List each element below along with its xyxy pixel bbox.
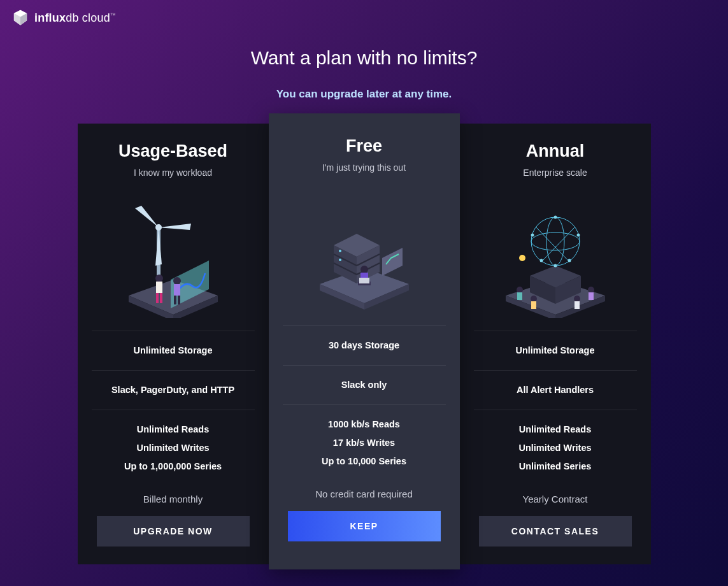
plans-row: Usage-Based I know my workload <box>0 124 728 569</box>
feature-group: All Alert Handlers <box>474 370 637 410</box>
logo-text: influxdb cloud™ <box>34 11 116 25</box>
svg-point-50 <box>519 255 525 261</box>
feature-line: All Alert Handlers <box>474 381 637 399</box>
billing-note: Billed monthly <box>143 486 203 516</box>
page-subtitle: You can upgrade later at any time. <box>0 88 728 101</box>
svg-rect-16 <box>178 296 180 304</box>
svg-rect-10 <box>156 282 162 293</box>
svg-rect-12 <box>160 293 162 303</box>
logo-icon <box>11 9 29 27</box>
feature-line: Up to 1,000,000 Series <box>92 457 255 476</box>
svg-point-44 <box>553 216 557 219</box>
svg-rect-32 <box>359 278 369 283</box>
feature-line: Unlimited Writes <box>92 439 255 457</box>
svg-rect-58 <box>575 301 580 309</box>
plan-tagline: I'm just trying this out <box>322 162 406 173</box>
upgrade-now-button[interactable]: UPGRADE NOW <box>97 516 250 547</box>
svg-point-27 <box>339 250 341 252</box>
feature-group: Unlimited Reads Unlimited Writes Up to 1… <box>92 410 255 486</box>
svg-point-51 <box>517 287 523 293</box>
feature-line: 1000 kb/s Reads <box>283 415 446 434</box>
svg-point-39 <box>531 217 580 266</box>
plan-title: Annual <box>526 141 585 161</box>
plan-card-free: Free I'm just trying this out <box>269 113 460 569</box>
feature-group: Slack only <box>283 365 446 404</box>
plan-illustration-usage <box>92 184 255 331</box>
svg-rect-52 <box>517 292 522 300</box>
feature-line: Unlimited Reads <box>92 420 255 439</box>
svg-point-47 <box>567 259 571 262</box>
feature-group: 1000 kb/s Reads 17 kb/s Writes Up to 10,… <box>283 404 446 481</box>
feature-line: 17 kb/s Writes <box>283 434 446 452</box>
plan-tagline: I know my workload <box>134 168 212 178</box>
svg-point-48 <box>539 259 543 262</box>
svg-rect-15 <box>174 296 176 304</box>
plan-tagline: Enterprise scale <box>523 168 587 178</box>
svg-rect-11 <box>156 293 159 303</box>
svg-rect-14 <box>174 284 180 296</box>
svg-point-46 <box>531 234 534 237</box>
plan-illustration-annual <box>474 184 637 331</box>
svg-point-45 <box>576 234 580 237</box>
feature-line: Slack only <box>283 376 446 394</box>
svg-point-55 <box>531 296 537 302</box>
svg-point-41 <box>546 217 564 266</box>
plan-illustration-free <box>283 179 446 325</box>
svg-point-53 <box>588 287 594 293</box>
feature-group: 30 days Storage <box>283 325 446 365</box>
svg-point-13 <box>173 277 181 285</box>
feature-group: Unlimited Reads Unlimited Writes Unlimit… <box>474 410 637 486</box>
svg-point-29 <box>360 266 368 273</box>
feature-line: Unlimited Storage <box>474 341 637 360</box>
feature-line: Up to 10,000 Series <box>283 452 446 471</box>
svg-point-9 <box>155 275 163 282</box>
feature-group: Slack, PagerDuty, and HTTP <box>92 370 255 410</box>
contact-sales-button[interactable]: CONTACT SALES <box>479 516 632 547</box>
feature-line: Slack, PagerDuty, and HTTP <box>92 381 255 399</box>
plan-title: Usage-Based <box>118 141 227 161</box>
feature-group: Unlimited Storage <box>474 331 637 370</box>
feature-group: Unlimited Storage <box>92 331 255 370</box>
svg-point-28 <box>339 259 341 261</box>
plan-card-annual: Annual Enterprise scale <box>460 124 651 564</box>
feature-line: 30 days Storage <box>283 336 446 355</box>
svg-point-49 <box>553 264 557 268</box>
plan-card-usage: Usage-Based I know my workload <box>78 124 269 564</box>
feature-line: Unlimited Storage <box>92 341 255 360</box>
svg-rect-56 <box>531 301 536 309</box>
billing-note: Yearly Contract <box>523 486 588 516</box>
page-title: Want a plan with no limits? <box>0 47 728 69</box>
feature-line: Unlimited Reads <box>474 420 637 439</box>
feature-line: Unlimited Series <box>474 457 637 476</box>
svg-point-57 <box>574 296 580 302</box>
keep-button[interactable]: KEEP <box>288 511 441 541</box>
plan-title: Free <box>346 136 382 156</box>
feature-line: Unlimited Writes <box>474 439 637 457</box>
hero: Want a plan with no limits? You can upgr… <box>0 47 728 101</box>
billing-note: No credit card required <box>315 481 413 511</box>
svg-rect-54 <box>589 292 594 300</box>
logo-bar: influxdb cloud™ <box>0 0 728 36</box>
